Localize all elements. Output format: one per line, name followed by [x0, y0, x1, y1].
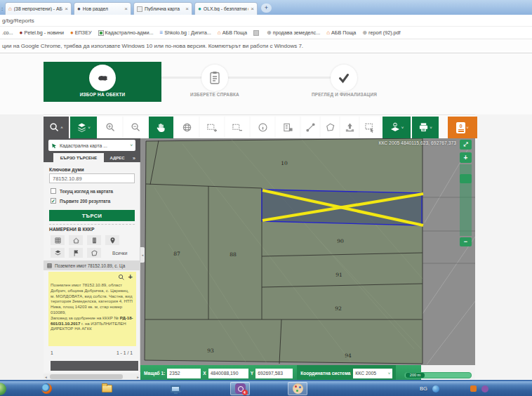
current-view-checkbox-row[interactable]: Текущ изглед на картата: [51, 188, 113, 194]
layer-select[interactable]: Кадастрална карта ... ˅: [48, 140, 135, 151]
close-icon[interactable]: ×: [65, 6, 68, 12]
results-header: НАМЕРЕНИ В КККР: [49, 227, 95, 232]
first-200-checkbox-row[interactable]: ✓ Първите 200 резултата: [51, 198, 110, 204]
grid-icon: [54, 237, 62, 244]
zoom-slider-handle[interactable]: [460, 174, 472, 183]
pan-tool-button[interactable]: [149, 117, 173, 138]
layers-tool-button[interactable]: ˅: [70, 117, 97, 138]
overview-tool-button[interactable]: [175, 117, 199, 138]
scale-input[interactable]: [167, 369, 201, 378]
map-zoom-out-button[interactable]: −: [460, 237, 472, 246]
search-result-item[interactable]: Поземлен имот 78152.10.89, с. Ца: [44, 260, 140, 270]
tab-address[interactable]: АДРЕС: [104, 153, 131, 162]
zoom-in-tool-button[interactable]: [98, 117, 122, 138]
taskbar-viber[interactable]: 4: [230, 382, 250, 395]
filter-building-site-button[interactable]: [69, 235, 83, 245]
address-bar[interactable]: g/bg/Reports: [0, 15, 532, 27]
cadastral-map[interactable]: 10 87 88 90 91 92 93 94: [140, 138, 475, 365]
browser-tab-new[interactable]: ● Нов раздел ×: [74, 2, 131, 15]
bookmark-item[interactable]: ≡Shkolo.bg : Дигита...: [159, 29, 211, 36]
filter-point-button[interactable]: [105, 235, 119, 245]
y-coordinate-input[interactable]: [255, 369, 293, 378]
select-add-tool-button[interactable]: [200, 117, 224, 138]
bookmark-item[interactable]: [253, 30, 260, 36]
print-tool-button[interactable]: ˅: [412, 117, 439, 138]
right-margin: [475, 114, 532, 381]
step2-circle[interactable]: [201, 65, 228, 91]
checkbox-unchecked[interactable]: [51, 188, 56, 194]
bookmark-item[interactable]: ●ЕПЗЕУ: [70, 29, 92, 36]
layer-info-tool-button[interactable]: ˅: [383, 117, 411, 138]
scale-label: Мащаб 1:: [144, 371, 165, 376]
step3-circle[interactable]: [331, 65, 357, 91]
info-tool-button[interactable]: [251, 117, 274, 138]
fullscreen-button[interactable]: ⤢: [460, 140, 472, 150]
start-button[interactable]: [0, 383, 6, 395]
search-tool-button[interactable]: ˄: [44, 117, 69, 138]
language-indicator[interactable]: BG: [420, 385, 427, 392]
close-icon[interactable]: ×: [251, 6, 254, 12]
bookmark-item[interactable]: ⊕report (92).pdf: [362, 29, 400, 36]
map-zoom-in-button[interactable]: +: [460, 152, 472, 163]
sidebar-collapse-handle[interactable]: ◂: [140, 247, 145, 263]
bookmark-item[interactable]: .co...: [2, 29, 13, 36]
filter-zone-button[interactable]: [87, 248, 101, 258]
search-button[interactable]: ТЪРСИ: [49, 210, 135, 221]
bookmark-item[interactable]: ●Petel.bg - новини: [20, 29, 64, 36]
taskbar-paint[interactable]: [288, 382, 307, 395]
browser-tab-public-map[interactable]: Публична карта ×: [133, 2, 192, 15]
crs-select[interactable]: ККС 2005 ˅: [353, 369, 392, 378]
close-icon[interactable]: ×: [124, 6, 128, 12]
tray-app-icon-purple[interactable]: [481, 385, 488, 392]
upload-tool-button[interactable]: [340, 117, 359, 138]
scroll-left-icon[interactable]: ◂: [45, 375, 47, 379]
tray-app-icon-orange[interactable]: [470, 385, 477, 392]
bulgaria-map-icon: [96, 73, 109, 83]
wizard-stepper: ИЗБОР НА ОБЕКТИ ИЗБЕРЕТЕ СПРАВКА ПРЕГЛЕД…: [0, 53, 532, 114]
taskbar-computer[interactable]: [166, 382, 185, 395]
scale-bar-label: 200 m: [406, 373, 425, 378]
filter-all-label[interactable]: Всички: [112, 251, 127, 256]
filter-layers-button[interactable]: [51, 248, 65, 258]
zoom-out-tool-button[interactable]: [124, 117, 147, 138]
filter-flag-button[interactable]: [69, 248, 83, 258]
folder-icon: [102, 385, 112, 392]
x-coordinate-input[interactable]: [208, 369, 248, 378]
divider: [49, 224, 135, 225]
polygon-tool-button[interactable]: [321, 117, 339, 138]
checkbox-checked[interactable]: ✓: [51, 198, 56, 204]
zoom-to-result-icon[interactable]: [118, 274, 125, 281]
scroll-right-icon[interactable]: ▸: [137, 375, 139, 379]
bookmark-item[interactable]: ⊕продава земеделс...: [267, 29, 320, 36]
bookmark-item[interactable]: ⌂АБВ Поща: [326, 29, 356, 36]
selected-objects-basket-button[interactable]: 0 ˅: [448, 117, 477, 138]
new-tab-button[interactable]: +: [261, 4, 272, 13]
taskbar-firefox[interactable]: [36, 382, 56, 395]
tab-quick-search[interactable]: БЪРЗО ТЪРСЕНЕ: [53, 153, 104, 162]
viber-icon: 4: [235, 383, 246, 394]
filter-grid-button[interactable]: [51, 235, 65, 245]
taskbar-explorer[interactable]: [97, 382, 117, 395]
sidebar-horizontal-scrollbar[interactable]: ◂ ▸: [44, 374, 140, 380]
bookmark-item[interactable]: Кадастрално-адми...: [98, 29, 154, 36]
network-icon[interactable]: [432, 385, 439, 392]
measure-area-tool-button[interactable]: [276, 117, 300, 138]
sidebar-footer: [51, 361, 138, 371]
result-item-text: Поземлен имот 78152.10.89, с. Ца: [55, 263, 125, 268]
result-filter-row-1: [51, 235, 119, 245]
select-remove-tool-button[interactable]: [225, 117, 249, 138]
browser-tab-olx[interactable]: ● OLX.bg - безплатни обяви ×: [194, 2, 258, 15]
bookmark-item[interactable]: ⌂АБВ Поща: [218, 29, 247, 36]
select-region-tool-button[interactable]: [360, 117, 380, 138]
filter-building-button[interactable]: [87, 235, 101, 245]
chevron-down-icon: ˅: [130, 143, 133, 147]
flag-icon: [72, 249, 80, 257]
more-tabs-icon[interactable]: »: [133, 156, 135, 161]
measure-distance-tool-button[interactable]: [301, 117, 319, 138]
close-icon[interactable]: ×: [185, 6, 189, 12]
browser-tab-abv-mail[interactable]: ⌂ (38 непрочетени) - АБВ поща ×: [5, 2, 72, 15]
add-to-selection-icon[interactable]: +: [128, 273, 133, 281]
layer-select-value: Кадастрална карта ...: [60, 143, 128, 148]
keywords-input[interactable]: [49, 173, 135, 183]
scrollbar-thumb[interactable]: [50, 374, 123, 379]
